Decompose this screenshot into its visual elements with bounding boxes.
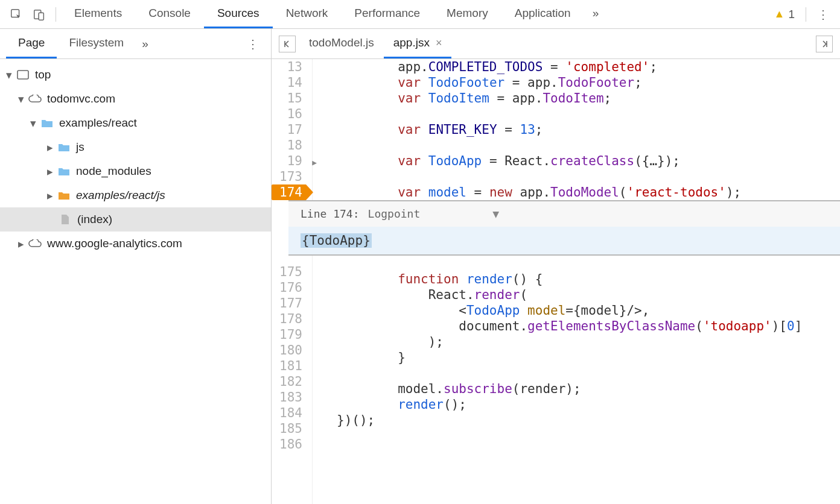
gutter-line[interactable]: 176 — [272, 280, 306, 295]
code-line[interactable]: app.COMPLETED_TODOS = 'completed'; — [313, 59, 840, 75]
main-split: Page Filesystem » ⋮ ▾ top ▾ todomvc.com … — [0, 29, 840, 504]
tree-node-top[interactable]: ▾ top — [0, 63, 271, 87]
code-line[interactable]: <TodoApp model={model}/>, — [313, 303, 840, 318]
code-line[interactable]: var ENTER_KEY = 13; — [313, 122, 840, 137]
gutter-line[interactable]: 179 — [272, 327, 306, 342]
code-line[interactable]: function render() { — [313, 271, 840, 287]
show-navigator-icon[interactable] — [279, 36, 296, 52]
gutter-line[interactable]: 183 — [272, 389, 306, 405]
gutter-line[interactable]: 181 — [272, 358, 306, 374]
gutter[interactable]: 13 14 15 16 17 18 19 173 174 175 176 177… — [272, 59, 313, 504]
overflow-menu-icon[interactable]: ⋮ — [811, 7, 835, 22]
sidebar-more-chevron-icon[interactable]: » — [142, 37, 148, 51]
code-line[interactable]: var TodoApp = React.createClass({…}); — [313, 153, 840, 169]
tree-label: todomvc.com — [47, 92, 115, 106]
gutter-line[interactable]: 173 — [272, 169, 306, 184]
tab-memory[interactable]: Memory — [433, 0, 501, 28]
gutter-line[interactable]: 13 — [272, 59, 306, 75]
tab-console[interactable]: Console — [135, 0, 204, 28]
folder-icon — [57, 189, 71, 201]
chevron-down-icon[interactable]: ▼ — [492, 206, 499, 222]
collapse-triangle-icon: ▾ — [17, 92, 25, 106]
gutter-line[interactable]: 17 — [272, 122, 306, 137]
gutter-line[interactable]: 178 — [272, 311, 306, 327]
code-line[interactable] — [313, 137, 840, 153]
sidebar-overflow-icon[interactable]: ⋮ — [247, 37, 259, 51]
warning-badge[interactable]: ▲ 1 — [774, 8, 795, 21]
tree-node-domain[interactable]: ▸ www.google-analytics.com — [0, 232, 271, 256]
tab-label: Application — [515, 7, 571, 20]
tree-label: www.google-analytics.com — [47, 237, 182, 250]
tab-label: Filesystem — [69, 36, 124, 49]
tree-label: (index) — [77, 213, 112, 226]
separator — [806, 7, 806, 22]
tree-node-file[interactable]: (index) — [0, 207, 271, 232]
sidebar-tab-filesystem[interactable]: Filesystem — [57, 29, 136, 58]
file-tab-app-jsx[interactable]: app.jsx × — [384, 29, 452, 58]
tree-node-folder[interactable]: ▸ js — [0, 135, 271, 159]
gutter-line[interactable]: 14 — [272, 75, 306, 90]
logpoint-marker[interactable]: 174 — [272, 184, 306, 200]
tree-node-sourcemap-folder[interactable]: ▸ examples/react/js — [0, 183, 271, 207]
more-tabs-chevron-icon[interactable]: » — [584, 0, 608, 28]
close-tab-icon[interactable]: × — [436, 37, 442, 49]
device-toolbar-icon[interactable] — [30, 5, 48, 24]
tree-node-folder[interactable]: ▸ node_modules — [0, 159, 271, 183]
code-line[interactable]: } — [313, 350, 840, 365]
tab-sources[interactable]: Sources — [204, 0, 273, 28]
code-line[interactable]: render(); — [313, 397, 840, 412]
tree-label: top — [35, 68, 51, 81]
gutter-line[interactable]: 180 — [272, 342, 306, 358]
tab-label: Memory — [447, 7, 488, 20]
gutter-line[interactable]: 175 — [272, 264, 306, 280]
file-tab-label: todoModel.js — [309, 36, 374, 49]
gutter-line[interactable]: 18 — [272, 137, 306, 153]
expand-triangle-icon: ▸ — [46, 140, 54, 154]
gutter-line[interactable]: 184 — [272, 405, 306, 421]
code-line[interactable]: var TodoItem = app.TodoItem; — [313, 90, 840, 106]
tab-application[interactable]: Application — [501, 0, 584, 28]
gutter-line[interactable]: 15 — [272, 90, 306, 106]
code-line[interactable]: ); — [313, 334, 840, 350]
code-line[interactable] — [313, 256, 840, 271]
file-tab-todo-model[interactable]: todoModel.js — [299, 29, 384, 58]
tab-elements[interactable]: Elements — [61, 0, 135, 28]
document-icon — [58, 213, 72, 225]
tab-label: Performance — [354, 7, 420, 20]
code-line[interactable] — [313, 365, 840, 381]
gutter-line[interactable]: 182 — [272, 374, 306, 389]
tab-performance[interactable]: Performance — [341, 0, 433, 28]
code-line[interactable] — [313, 169, 840, 184]
gutter-line[interactable]: 186 — [272, 436, 306, 452]
folder-icon — [57, 141, 71, 153]
code-line[interactable]: document.getElementsByClassName('todoapp… — [313, 318, 840, 334]
tab-label: Sources — [217, 7, 259, 20]
code-line[interactable]: var model = new app.TodoModel('react-tod… — [313, 184, 840, 200]
cloud-icon — [28, 238, 42, 250]
code-line[interactable] — [313, 428, 840, 444]
frame-icon — [16, 69, 30, 81]
code-line[interactable]: model.subscribe(render); — [313, 381, 840, 397]
code-line[interactable] — [313, 106, 840, 122]
gutter-line[interactable]: 177 — [272, 295, 306, 311]
tree-node-folder[interactable]: ▾ examples/react — [0, 111, 271, 135]
gutter-line-foldable[interactable]: 19 — [272, 153, 306, 169]
gutter-line[interactable]: 185 — [272, 421, 306, 436]
tab-network[interactable]: Network — [273, 0, 342, 28]
folder-icon — [40, 117, 54, 129]
logpoint-expression-input[interactable]: {TodoApp} — [288, 227, 840, 254]
sidebar-tab-page[interactable]: Page — [6, 29, 57, 58]
code-line[interactable]: var TodoFooter = app.TodoFooter; — [313, 75, 840, 90]
logpoint-type-selector[interactable]: Logpoint — [368, 206, 421, 222]
tab-label: Console — [148, 7, 191, 20]
code-editor[interactable]: 13 14 15 16 17 18 19 173 174 175 176 177… — [272, 59, 840, 504]
gutter-line[interactable]: 16 — [272, 106, 306, 122]
show-debugger-icon[interactable] — [816, 36, 833, 52]
expand-triangle-icon: ▸ — [17, 237, 25, 251]
navigator-sidebar: Page Filesystem » ⋮ ▾ top ▾ todomvc.com … — [0, 29, 272, 504]
code-line[interactable]: })(); — [313, 412, 840, 428]
tree-node-domain[interactable]: ▾ todomvc.com — [0, 87, 271, 111]
code-lines[interactable]: app.COMPLETED_TODOS = 'completed'; var T… — [313, 59, 840, 504]
code-line[interactable]: React.render( — [313, 287, 840, 303]
inspect-element-icon[interactable] — [7, 5, 25, 24]
